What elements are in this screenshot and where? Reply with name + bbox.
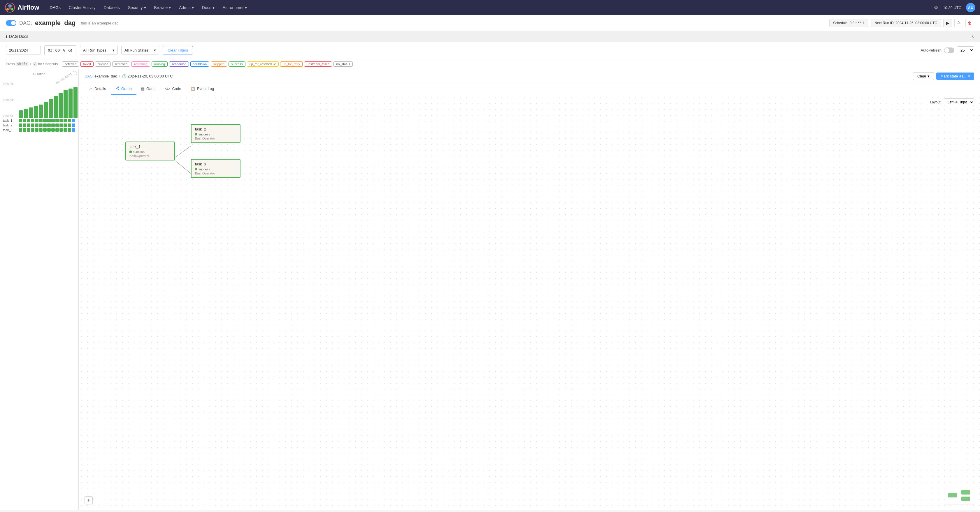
nav-security[interactable]: Security ▾ (124, 3, 150, 12)
dot-task_1-9[interactable] (56, 119, 59, 122)
dot-task_1-3[interactable] (31, 119, 34, 122)
tab-graph[interactable]: Graph (111, 83, 137, 95)
dot-task_3-8[interactable] (51, 128, 55, 132)
zoom-in-button[interactable]: + (84, 496, 93, 504)
dot-task_1-4[interactable] (35, 119, 38, 122)
dot-task_2-5[interactable] (39, 124, 43, 127)
nav-datasets[interactable]: Datasets (100, 3, 123, 12)
dot-task_3-10[interactable] (59, 128, 63, 132)
dot-task_3-0[interactable] (19, 128, 22, 132)
navbar-brand[interactable]: Airflow (5, 2, 39, 13)
status-badge-removed[interactable]: removed (112, 62, 130, 67)
user-avatar[interactable]: AU (966, 3, 975, 12)
dot-task_1-12[interactable] (68, 119, 71, 122)
dot-task_1-7[interactable] (47, 119, 51, 122)
layout-select[interactable]: Left -> Right (944, 98, 974, 106)
dot-task_1-2[interactable] (27, 119, 30, 122)
dot-task_3-5[interactable] (39, 128, 43, 132)
auto-refresh-toggle[interactable] (944, 48, 955, 53)
status-badge-upstream_failed[interactable]: upstream_failed (304, 62, 332, 67)
time-input[interactable] (44, 46, 76, 55)
dot-task_2-4[interactable] (35, 124, 38, 127)
dot-task_2-12[interactable] (68, 124, 71, 127)
clear-button[interactable]: Clear ▾ (913, 72, 934, 80)
nav-astronomer[interactable]: Astronomer ▾ (219, 3, 250, 12)
dot-task_3-3[interactable] (31, 128, 34, 132)
status-badge-failed[interactable]: failed (80, 62, 93, 67)
delete-button[interactable]: 🗑 (966, 19, 974, 27)
task-node-task3[interactable]: task_3 success BashOperator (191, 159, 240, 178)
dot-task_2-8[interactable] (51, 124, 55, 127)
edit-button[interactable] (955, 19, 963, 27)
tab-code[interactable]: </> Code (160, 84, 186, 94)
dot-task_2-1[interactable] (23, 124, 26, 127)
nav-admin[interactable]: Admin ▾ (175, 3, 197, 12)
graph-canvas[interactable]: task_1 success BashOperator task_2 succe… (79, 95, 980, 510)
status-badge-shutdown[interactable]: shutdown (190, 62, 209, 67)
dot-task_3-13[interactable] (72, 128, 75, 132)
dot-task_3-9[interactable] (56, 128, 59, 132)
dot-task_1-0[interactable] (19, 119, 22, 122)
clear-filters-button[interactable]: Clear Filters (163, 46, 193, 54)
run-states-select[interactable]: All Run States ▾ (121, 46, 159, 54)
nav-docs[interactable]: Docs ▾ (199, 3, 218, 12)
page-size-select[interactable]: 25 50 100 (957, 46, 974, 54)
run-types-select[interactable]: All Run Types ▾ (80, 46, 118, 54)
dot-task_3-7[interactable] (47, 128, 51, 132)
clear-dropdown-icon[interactable]: ▾ (928, 74, 929, 78)
tab-event-log[interactable]: 📋 Event Log (186, 84, 219, 94)
dot-task_2-11[interactable] (64, 124, 67, 127)
chart-bar-8 (59, 93, 63, 118)
status-badge-running[interactable]: running (151, 62, 168, 67)
status-badge-no_status[interactable]: no_status (334, 62, 353, 67)
dag-toggle[interactable] (6, 20, 16, 26)
dot-task_1-13[interactable] (72, 119, 75, 122)
play-button[interactable]: ▶ (943, 19, 952, 27)
dot-task_1-6[interactable] (43, 119, 47, 122)
dot-task_2-3[interactable] (31, 124, 34, 127)
dot-task_1-1[interactable] (23, 119, 26, 122)
date-input[interactable] (6, 46, 41, 54)
filters-bar: All Run Types ▾ All Run States ▾ Clear F… (0, 42, 980, 59)
dot-task_3-4[interactable] (35, 128, 38, 132)
dot-task_3-6[interactable] (43, 128, 47, 132)
nav-browse[interactable]: Browse ▾ (151, 3, 175, 12)
dot-task_2-7[interactable] (47, 124, 51, 127)
nav-cluster-activity[interactable]: Cluster Activity (65, 3, 99, 12)
status-badge-skipped[interactable]: skipped (211, 62, 227, 67)
dag-docs-collapse-icon: ∧ (971, 34, 974, 39)
dot-task_1-11[interactable] (64, 119, 67, 122)
dot-task_3-1[interactable] (23, 128, 26, 132)
status-badge-queued[interactable]: queued (95, 62, 111, 67)
expand-icon[interactable]: ⛶ (73, 71, 77, 76)
status-badge-up_for_retry[interactable]: up_for_retry (280, 62, 302, 67)
dot-task_2-2[interactable] (27, 124, 30, 127)
nav-dags[interactable]: DAGs (46, 3, 64, 12)
dot-task_1-5[interactable] (39, 119, 43, 122)
dot-task_3-12[interactable] (68, 128, 71, 132)
status-badge-deferred[interactable]: deferred (62, 62, 79, 67)
status-badge-up_for_reschedule[interactable]: up_for_reschedule (247, 62, 278, 67)
status-badge-restarting[interactable]: restarting (132, 62, 150, 67)
breadcrumb-dag-link[interactable]: DAG (84, 74, 93, 78)
dot-task_2-6[interactable] (43, 124, 47, 127)
status-badge-success[interactable]: success (229, 62, 245, 67)
mark-state-button[interactable]: Mark state as... ▾ (936, 73, 974, 80)
tab-gantt[interactable]: ▦ Gantt (137, 84, 160, 94)
dot-task_1-10[interactable] (59, 119, 63, 122)
task-node-task1[interactable]: task_1 success BashOperator (125, 141, 175, 160)
dot-task_2-13[interactable] (72, 124, 75, 127)
dot-task_2-10[interactable] (59, 124, 63, 127)
status-badge-scheduled[interactable]: scheduled (169, 62, 189, 67)
schedule-info-icon[interactable]: ℹ (863, 21, 865, 25)
settings-icon[interactable]: ⚙ (934, 4, 938, 11)
dot-task_2-9[interactable] (56, 124, 59, 127)
dag-docs-section[interactable]: ℹ DAG Docs ∧ (0, 31, 980, 42)
dot-task_3-11[interactable] (64, 128, 67, 132)
dot-task_2-0[interactable] (19, 124, 22, 127)
tab-details[interactable]: ⚠ Details (84, 84, 111, 94)
task-node-task2[interactable]: task_2 success BashOperator (191, 124, 240, 143)
breadcrumb-dag-name[interactable]: example_dag (94, 74, 117, 78)
dot-task_3-2[interactable] (27, 128, 30, 132)
dot-task_1-8[interactable] (51, 119, 55, 122)
